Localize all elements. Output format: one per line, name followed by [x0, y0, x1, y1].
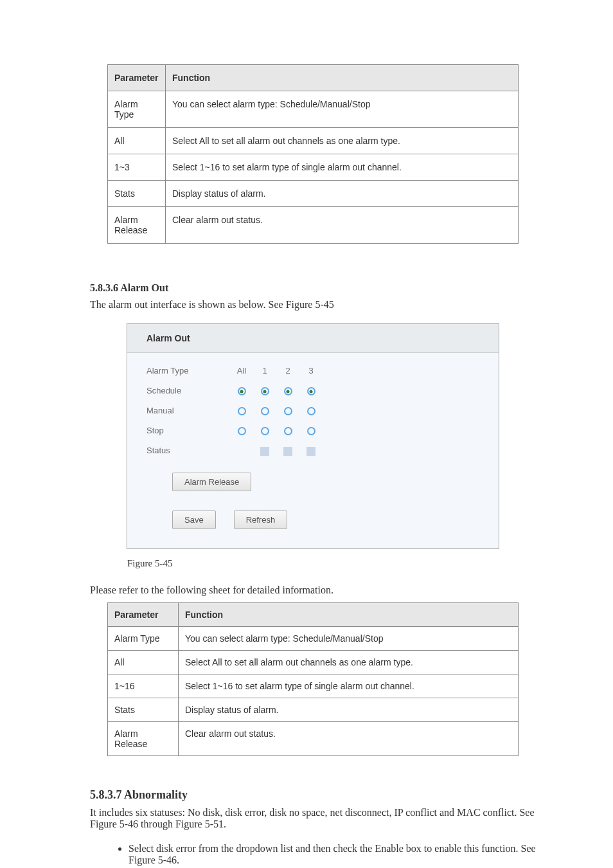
save-button[interactable]: Save	[172, 511, 216, 529]
col-all: All	[230, 366, 253, 375]
table-row: 1~16 Select 1~16 to set alarm type of si…	[108, 674, 519, 698]
status-box-2	[283, 447, 292, 456]
stop-label: Stop	[147, 426, 230, 435]
section-heading-alarm-out: 5.8.3.6 Alarm Out	[90, 282, 536, 294]
section-intro: The alarm out interface is shown as belo…	[90, 299, 536, 311]
post-figure-text: Please refer to the following sheet for …	[90, 584, 536, 596]
table2-header-parameter: Parameter	[108, 602, 179, 626]
status-box-1	[260, 447, 269, 456]
schedule-label: Schedule	[147, 386, 230, 395]
param-table-1: Parameter Function Alarm Type You can se…	[107, 64, 519, 244]
schedule-radio-1[interactable]	[261, 387, 269, 395]
table1-header-parameter: Parameter	[108, 65, 166, 91]
stop-radio-1[interactable]	[261, 427, 269, 435]
status-row: Status	[147, 446, 479, 456]
col-1: 1	[253, 366, 276, 375]
figure-link[interactable]: Figure 5-45	[286, 299, 334, 310]
manual-radio-1[interactable]	[261, 407, 269, 415]
manual-row: Manual	[147, 406, 479, 415]
schedule-radio-2[interactable]	[284, 387, 292, 395]
table2-header-function: Function	[179, 602, 519, 626]
table-row: Alarm Release Clear alarm out status.	[108, 721, 519, 755]
bullet-list: Select disk error from the dropdown list…	[90, 843, 536, 866]
stop-row: Stop	[147, 426, 479, 435]
alarm-out-panel: Alarm Out Alarm Type All 1 2 3 Schedule …	[127, 323, 499, 549]
schedule-radio-all[interactable]	[238, 387, 246, 395]
stop-radio-all[interactable]	[238, 427, 246, 435]
table1-header-function: Function	[166, 65, 519, 91]
col-3: 3	[299, 366, 323, 375]
section-heading-abnormality: 5.8.3.7 Abnormality	[90, 788, 536, 802]
param-table-2: Parameter Function Alarm Type You can se…	[107, 602, 519, 756]
status-box-3	[306, 447, 315, 456]
col-2: 2	[276, 366, 299, 375]
table-row: Alarm Release Clear alarm out status.	[108, 207, 519, 244]
bullet-item: Select disk error from the dropdown list…	[129, 843, 536, 866]
status-label: Status	[147, 446, 230, 455]
figure-caption: Figure 5-45	[90, 558, 536, 569]
manual-label: Manual	[147, 406, 230, 415]
stop-radio-2[interactable]	[284, 427, 292, 435]
alarm-type-header-row: Alarm Type All 1 2 3	[147, 366, 479, 375]
schedule-radio-3[interactable]	[307, 387, 315, 395]
manual-radio-3[interactable]	[307, 407, 315, 415]
manual-radio-all[interactable]	[238, 407, 246, 415]
schedule-row: Schedule	[147, 386, 479, 395]
refresh-button[interactable]: Refresh	[234, 511, 288, 529]
stop-radio-3[interactable]	[307, 427, 315, 435]
table-row: All Select All to set all alarm out chan…	[108, 650, 519, 674]
panel-title: Alarm Out	[127, 324, 499, 353]
abnormality-intro: It includes six statuses: No disk, disk …	[90, 807, 536, 830]
manual-radio-2[interactable]	[284, 407, 292, 415]
alarm-type-label: Alarm Type	[147, 366, 230, 375]
table-row: Alarm Type You can select alarm type: Sc…	[108, 91, 519, 128]
table-row: Alarm Type You can select alarm type: Sc…	[108, 626, 519, 650]
table-row: 1~3 Select 1~16 to set alarm type of sin…	[108, 154, 519, 181]
alarm-release-button[interactable]: Alarm Release	[172, 473, 251, 491]
table-row: Stats Display status of alarm.	[108, 181, 519, 207]
table-row: All Select All to set all alarm out chan…	[108, 128, 519, 154]
table-row: Stats Display status of alarm.	[108, 698, 519, 721]
